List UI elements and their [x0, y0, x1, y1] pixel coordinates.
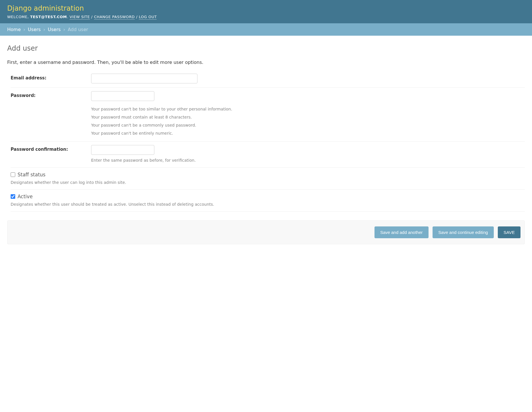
form-row-email: Email address: — [11, 70, 525, 88]
password-help-item: Your password can't be too similar to yo… — [91, 105, 525, 113]
password-confirm-field[interactable] — [91, 145, 154, 155]
site-title: Django administration — [7, 4, 525, 12]
active-label[interactable]: Active — [18, 194, 33, 199]
password-label: Password: — [11, 91, 91, 98]
user-tools: WELCOME, TEST@TEST.COM. VIEW SITE / CHAN… — [7, 15, 525, 19]
password-confirm-help: Enter the same password as before, for v… — [91, 158, 525, 163]
password-help-item: Your password can't be entirely numeric. — [91, 129, 525, 137]
change-password-link[interactable]: CHANGE PASSWORD — [94, 15, 135, 20]
content: Add user First, enter a username and pas… — [0, 36, 532, 253]
password-confirm-label: Password confirmation: — [11, 145, 91, 152]
staff-status-checkbox[interactable] — [11, 172, 15, 177]
breadcrumb-separator: › — [42, 27, 46, 32]
breadcrumb-current: Add user — [68, 27, 88, 32]
password-help-list: Your password can't be too similar to yo… — [91, 105, 525, 137]
breadcrumb-separator: › — [62, 27, 66, 32]
password-help-item: Your password must contain at least 8 ch… — [91, 113, 525, 121]
save-button[interactable]: SAVE — [498, 226, 521, 238]
view-site-link[interactable]: VIEW SITE — [70, 15, 90, 20]
submit-row: Save and add another Save and continue e… — [7, 220, 525, 244]
page-title: Add user — [7, 44, 525, 52]
email-label: Email address: — [11, 74, 91, 81]
form-row-active: Active Designates whether this user shou… — [11, 190, 525, 212]
form-row-staff-status: Staff status Designates whether the user… — [11, 168, 525, 190]
active-checkbox[interactable] — [11, 194, 15, 199]
save-continue-button[interactable]: Save and continue editing — [433, 226, 494, 238]
breadcrumb-home[interactable]: Home — [7, 27, 21, 32]
password-help-item: Your password can't be a commonly used p… — [91, 121, 525, 129]
staff-status-help: Designates whether the user can log into… — [11, 180, 525, 186]
save-add-another-button[interactable]: Save and add another — [374, 226, 429, 238]
header: Django administration WELCOME, TEST@TEST… — [0, 0, 532, 23]
log-out-link[interactable]: LOG OUT — [139, 15, 157, 20]
staff-status-label[interactable]: Staff status — [18, 172, 45, 178]
password-field[interactable] — [91, 91, 154, 101]
breadcrumb-separator: › — [22, 27, 26, 32]
form-row-password-confirm: Password confirmation: Enter the same pa… — [11, 142, 525, 168]
email-field[interactable] — [91, 74, 197, 83]
page-intro: First, enter a username and password. Th… — [7, 60, 525, 65]
breadcrumb: Home › Users › Users › Add user — [0, 23, 532, 36]
form-row-password: Password: Your password can't be too sim… — [11, 88, 525, 142]
username: TEST@TEST.COM — [30, 15, 67, 19]
branding: Django administration — [7, 4, 525, 12]
breadcrumb-users-app[interactable]: Users — [28, 27, 41, 32]
welcome-label: WELCOME, — [7, 15, 29, 19]
breadcrumb-users-model[interactable]: Users — [48, 27, 61, 32]
active-help: Designates whether this user should be t… — [11, 202, 525, 207]
